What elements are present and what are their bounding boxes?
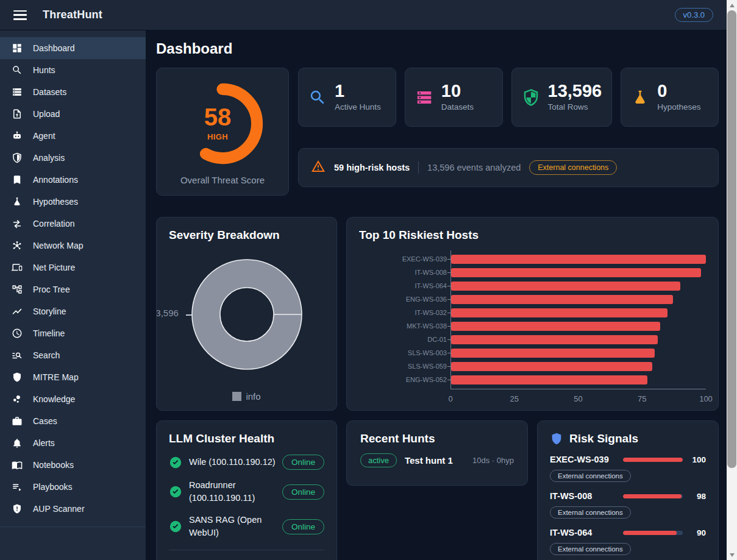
sidebar-item-analysis[interactable]: Analysis [0,147,146,169]
host-risk-bar [451,335,658,344]
llm-node-list: Wile (100.110.190.12)OnlineRoadrunner (1… [169,455,324,539]
cluster-dots-icon [11,393,23,405]
sidebar-item-playbooks[interactable]: Playbooks [0,476,146,498]
llm-node-name: Roadrunner (100.110.190.11) [189,479,276,505]
host-risk-bar [451,295,673,304]
llm-node-row: Wile (100.110.190.12)Online [169,455,324,470]
sidebar-item-mitre-map[interactable]: MITRE Map [0,366,146,388]
sidebar-item-storyline[interactable]: Storyline [0,300,146,322]
flask-icon [11,196,23,208]
sidebar-item-aup-scanner[interactable]: AUP Scanner [0,498,146,520]
risk-host-name: IT-WS-064 [550,528,617,537]
bar-category-label: SLS-WS-003 [360,349,447,356]
sidebar-item-alerts[interactable]: Alerts [0,432,146,454]
sidebar-item-search[interactable]: Search [0,344,146,366]
scroll-down-arrow[interactable] [727,550,737,560]
bar-row: EXEC-WS-039 [451,252,706,266]
bar-row: SLS-WS-059 [451,360,706,373]
x-tick-label: 50 [574,394,582,403]
sidebar-item-label: Datasets [33,87,66,97]
shield-icon [11,371,23,383]
trend-line-icon [11,305,23,317]
scrollbar-thumb[interactable] [727,10,736,468]
sidebar-item-label: Storyline [33,307,66,316]
menu-icon[interactable] [13,10,27,20]
x-tick-label: 0 [448,394,452,403]
stat-label: Total Rows [548,102,602,113]
robot-icon [11,130,23,142]
sidebar-item-label: Notebooks [33,460,74,470]
stat-label: Hypotheses [657,102,700,113]
bar-row: SLS-WS-003 [451,346,706,360]
shield-icon [550,432,563,445]
llm-node-row: Roadrunner (100.110.190.11)Online [169,479,324,505]
vertical-scrollbar[interactable] [727,0,737,560]
bar-row: IT-WS-032 [451,306,706,319]
shield-half-icon [11,152,23,164]
sidebar: Dashboard Hunts Datasets Upload Agent An… [0,30,146,560]
bar-category-label: MKT-WS-038 [360,322,447,330]
sidebar-item-notebooks[interactable]: Notebooks [0,454,146,476]
alert-bar: 59 high-risk hosts 13,596 events analyze… [298,148,719,187]
bar-category-label: ENG-WS-052 [360,376,447,383]
sidebar-item-knowledge[interactable]: Knowledge [0,388,146,410]
sidebar-item-label: Hunts [33,65,55,75]
stat-card-active-hunts: 1 Active Hunts [298,68,396,127]
hub-icon [11,239,23,252]
external-connections-tag: External connections [550,506,631,519]
sidebar-item-label: Timeline [33,328,65,338]
datasets-icon [415,88,433,107]
stat-card-total-rows: 13,596 Total Rows [511,68,613,127]
flask-icon [631,88,649,107]
bar-category-label: IT-WS-008 [360,269,447,276]
top-bar: ThreatHunt v0.3.0 [0,0,727,30]
risk-signal-row: IT-WS-06490External connections [550,528,706,555]
sidebar-item-agent[interactable]: Agent [0,125,146,147]
sidebar-item-label: Annotations [33,175,78,185]
search-icon [308,88,327,107]
top-hosts-plot: EXEC-WS-039IT-WS-008IT-WS-064ENG-WS-036I… [450,250,706,389]
sidebar-item-cases[interactable]: Cases [0,410,146,432]
stat-card-hypotheses: 0 Hypotheses [621,68,719,127]
hunt-status-badge: active [360,453,397,467]
bar-category-label: ENG-WS-036 [360,296,447,303]
bar-row: DC-01 [451,333,706,346]
sidebar-item-upload[interactable]: Upload [0,103,146,125]
risk-signal-row: IT-WS-00898External connections [550,491,706,519]
sidebar-item-datasets[interactable]: Datasets [0,81,146,103]
sidebar-item-dashboard[interactable]: Dashboard [0,37,146,59]
host-risk-bar [451,308,668,317]
sidebar-item-hypotheses[interactable]: Hypotheses [0,191,146,213]
check-circle-icon [169,485,182,498]
bar-category-label: EXEC-WS-039 [360,255,447,263]
version-badge: v0.3.0 [675,8,713,22]
sidebar-item-correlation[interactable]: Correlation [0,213,146,235]
y-tick [447,366,451,367]
sidebar-item-network-map[interactable]: Network Map [0,235,146,257]
y-tick [447,353,451,353]
scroll-up-arrow[interactable] [727,0,737,10]
sidebar-divider [0,526,146,527]
sidebar-item-proc-tree[interactable]: Proc Tree [0,278,146,300]
tree-icon [11,283,23,296]
list-search-icon [11,349,23,361]
severity-donut-chart: 13,596 [169,246,324,383]
bar-category-label: IT-WS-032 [360,309,447,316]
sidebar-item-hunts[interactable]: Hunts [0,59,146,81]
y-tick [447,326,451,327]
risk-score-value: 98 [689,492,706,501]
bar-category-label: SLS-WS-059 [360,363,447,370]
sidebar-item-net-picture[interactable]: Net Picture [0,257,146,278]
bar-category-label: IT-WS-064 [360,282,447,289]
stat-value: 0 [657,82,700,100]
sidebar-item-label: Analysis [33,153,65,163]
sidebar-item-annotations[interactable]: Annotations [0,169,146,191]
sidebar-item-timeline[interactable]: Timeline [0,322,146,344]
stat-card-datasets: 10 Datasets [405,68,503,127]
risk-signals-title: Risk Signals [569,432,638,445]
risk-score-value: 90 [689,528,706,537]
hunt-list-item[interactable]: active Test hunt 1 10ds · 0hyp [360,453,514,467]
threat-level-label: HIGH [207,132,228,141]
risk-signals-card: Risk Signals EXEC-WS-039100External conn… [537,420,719,560]
bar-row: ENG-WS-036 [451,292,706,306]
